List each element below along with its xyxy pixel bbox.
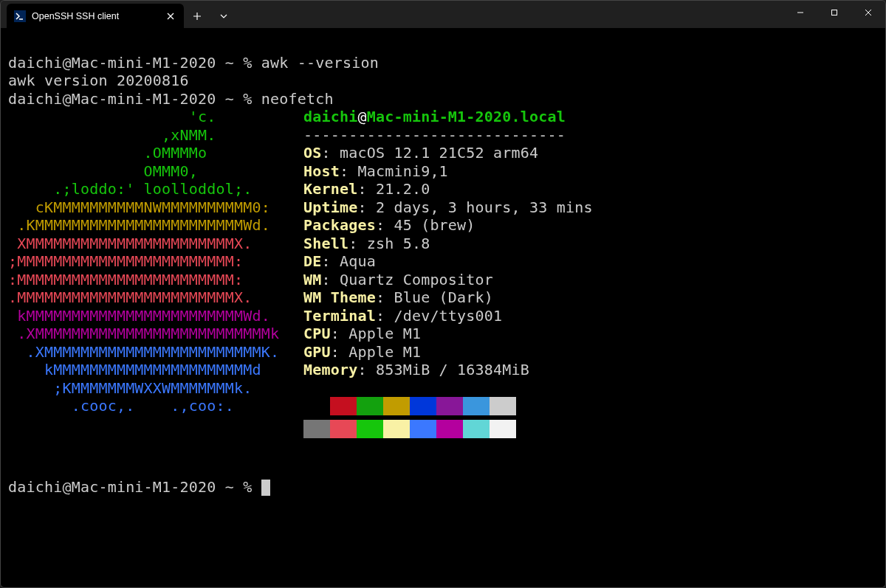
close-button[interactable] <box>851 1 885 24</box>
cursor <box>261 480 270 496</box>
tab-dropdown-button[interactable] <box>210 4 237 28</box>
svg-rect-7 <box>832 10 837 15</box>
minimize-button[interactable] <box>783 1 817 24</box>
command-2: neofetch <box>261 90 334 108</box>
new-tab-button[interactable] <box>184 4 210 28</box>
tab-title: OpenSSH SSH client <box>32 11 159 21</box>
powershell-icon <box>14 10 26 22</box>
command-1: awk --version <box>261 54 379 72</box>
output-1: awk version 20200816 <box>8 72 189 89</box>
neofetch-output: 'c. daichi@Mac-mini-M1-2020.local ,xNMM.… <box>8 108 878 442</box>
prompt: daichi@Mac-mini-M1-2020 ~ % <box>8 90 261 108</box>
terminal-output[interactable]: daichi@Mac-mini-M1-2020 ~ % awk --versio… <box>1 28 885 588</box>
maximize-button[interactable] <box>817 1 851 24</box>
tab-active[interactable]: OpenSSH SSH client <box>7 4 184 28</box>
prompt: daichi@Mac-mini-M1-2020 ~ % <box>8 54 261 72</box>
prompt: daichi@Mac-mini-M1-2020 ~ % <box>8 478 261 496</box>
titlebar: OpenSSH SSH client <box>1 1 885 28</box>
tab-close-icon[interactable] <box>165 10 176 22</box>
